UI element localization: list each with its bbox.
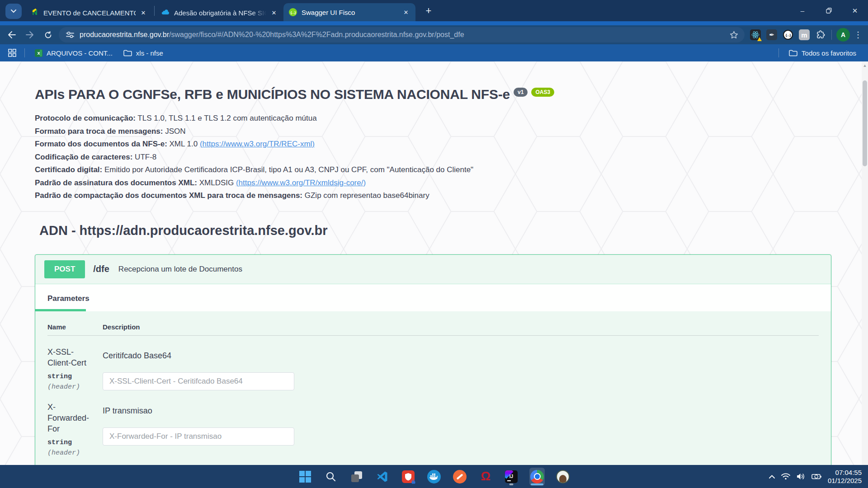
param-value-input[interactable] bbox=[103, 372, 294, 390]
battery-status[interactable] bbox=[811, 474, 821, 479]
toolbar-separator bbox=[831, 30, 832, 40]
postman-app-button[interactable] bbox=[452, 468, 467, 486]
start-button[interactable] bbox=[297, 468, 313, 486]
scrollbar-thumb[interactable] bbox=[863, 80, 867, 166]
param-type: string bbox=[47, 439, 103, 446]
tab-title: EVENTO de CANCELAMENTO - bbox=[43, 9, 136, 17]
address-bar[interactable]: producaorestrita.nfse.gov.br/swagger/fis… bbox=[59, 27, 745, 42]
parameters-tab[interactable]: Parameters bbox=[47, 294, 90, 303]
param-name-cell: X-SSL-Client-Cert string (header) bbox=[47, 347, 103, 391]
bookmarks-separator bbox=[778, 48, 779, 57]
close-tab-icon[interactable]: ✕ bbox=[138, 8, 148, 18]
tab-search-button[interactable] bbox=[5, 4, 22, 19]
bookmark-arquivos[interactable]: x ARQUIVOS - CONT... bbox=[29, 46, 118, 60]
task-view-button[interactable] bbox=[349, 468, 364, 486]
chrome-app-button[interactable] bbox=[529, 468, 545, 486]
reload-button[interactable] bbox=[39, 27, 57, 43]
bookmark-folder-xls-nfse[interactable]: xls - nfse bbox=[118, 46, 169, 60]
tab-title: Adesão obrigatória à NFSe SIGE bbox=[174, 9, 266, 17]
new-tab-button[interactable]: + bbox=[422, 4, 435, 18]
intellij-icon: IJ bbox=[505, 470, 518, 483]
windows-taskbar: Ω IJ 07:04:55 01/12/2025 bbox=[0, 465, 868, 488]
param-value-input[interactable] bbox=[103, 427, 294, 446]
info-line: Padrão de assinatura dos documentos XML:… bbox=[35, 177, 827, 190]
volume-status[interactable] bbox=[797, 473, 805, 480]
taskbar-clock[interactable]: 07:04:55 01/12/2025 bbox=[828, 469, 862, 485]
param-desc-cell: IP transmisao bbox=[103, 402, 819, 457]
param-desc-cell: Ceritifcado Base64 bbox=[103, 347, 819, 391]
all-favorites-button[interactable]: Todos os favoritos bbox=[783, 46, 862, 60]
opblock-post-dfe: POST /dfe Recepciona um lote de Document… bbox=[35, 254, 831, 465]
extensions-button[interactable] bbox=[812, 27, 829, 42]
nfse-favicon: N bbox=[31, 9, 39, 17]
info-line: Formato para troca de mensagens: JSON bbox=[35, 125, 827, 138]
signer-extension-icon[interactable]: ✒ bbox=[764, 27, 780, 42]
puzzle-icon bbox=[816, 30, 825, 39]
braces-icon: {…} bbox=[783, 30, 793, 40]
url-text[interactable]: producaorestrita.nfse.gov.br/swagger/fis… bbox=[80, 31, 730, 39]
tab-adesao-nfse[interactable]: Adesão obrigatória à NFSe SIGE ✕ bbox=[156, 4, 283, 21]
speaker-icon bbox=[797, 473, 805, 480]
wifi-icon bbox=[781, 473, 790, 480]
apps-grid-button[interactable] bbox=[5, 46, 20, 60]
taskbar-search-button[interactable] bbox=[323, 468, 339, 486]
docker-app-button[interactable] bbox=[426, 468, 442, 486]
react-devtools-extension-icon[interactable] bbox=[747, 27, 764, 42]
close-window-button[interactable]: ✕ bbox=[842, 0, 868, 21]
doc-link[interactable]: (https://www.w3.org/TR/REC-xml) bbox=[200, 140, 315, 148]
column-name: Name bbox=[47, 323, 103, 331]
json-viewer-extension-icon[interactable]: {…} bbox=[780, 27, 796, 42]
forward-button[interactable] bbox=[21, 27, 39, 43]
scrollbar-up-arrow[interactable]: ▲ bbox=[862, 63, 868, 68]
profile-avatar[interactable]: A bbox=[836, 28, 850, 42]
tag-section-title[interactable]: ADN - https://adn.producaorestrita.nfse.… bbox=[35, 223, 827, 238]
clock-date: 01/12/2025 bbox=[828, 477, 862, 485]
system-tray: 07:04:55 01/12/2025 bbox=[769, 465, 868, 488]
battery-icon bbox=[811, 474, 821, 479]
restore-button[interactable] bbox=[816, 0, 842, 21]
param-description: IP transmisao bbox=[103, 402, 819, 416]
endpoint-summary[interactable]: POST /dfe Recepciona um lote de Document… bbox=[35, 255, 831, 284]
onedrive-favicon bbox=[161, 9, 170, 17]
param-name: X-Forwarded-For bbox=[47, 402, 94, 434]
vscode-icon bbox=[377, 471, 388, 483]
browser-menu-button[interactable]: ⋮ bbox=[852, 30, 864, 40]
bookmark-star-icon[interactable] bbox=[730, 31, 738, 39]
tab-divider bbox=[154, 6, 155, 16]
post-method-badge: POST bbox=[44, 260, 85, 278]
vscode-app-button[interactable] bbox=[375, 468, 390, 486]
postman-icon bbox=[453, 470, 467, 483]
info-line: Formato dos documentos da NFS-e: XML 1.0… bbox=[35, 138, 827, 151]
wifi-status[interactable] bbox=[781, 473, 790, 480]
security-app-button[interactable] bbox=[401, 468, 416, 486]
param-type: string bbox=[47, 373, 103, 380]
parameters-table-header: Name Description bbox=[47, 323, 819, 336]
m-icon: m bbox=[799, 29, 810, 40]
taskbar-icons: Ω IJ bbox=[297, 468, 571, 486]
intellij-app-button[interactable]: IJ bbox=[504, 468, 519, 486]
minimize-button[interactable]: – bbox=[789, 0, 816, 21]
tab-strip: N EVENTO de CANCELAMENTO - ✕ Adesão obri… bbox=[0, 0, 868, 21]
site-info-icon[interactable] bbox=[66, 32, 74, 38]
page-scrollbar[interactable]: ▲ bbox=[862, 61, 868, 465]
hidden-icons-button[interactable] bbox=[769, 475, 775, 479]
folder-icon bbox=[789, 50, 797, 56]
param-name-cell: X-Forwarded-For string (header) bbox=[47, 402, 103, 457]
tab-swagger-ui-fisco[interactable]: {…} Swagger UI Fisco ✕ bbox=[283, 3, 415, 21]
back-button[interactable] bbox=[3, 27, 21, 43]
dbeaver-icon bbox=[556, 470, 570, 483]
omega-app-button[interactable]: Ω bbox=[478, 468, 493, 486]
close-tab-icon[interactable]: ✕ bbox=[401, 7, 411, 17]
browser-toolbar: producaorestrita.nfse.gov.br/swagger/fis… bbox=[0, 25, 868, 44]
endpoint-path: /dfe bbox=[93, 264, 109, 274]
chevron-down-icon bbox=[11, 9, 16, 13]
dbeaver-app-button[interactable] bbox=[555, 468, 571, 486]
doc-link[interactable]: (https://www.w3.org/TR/xmldsig-core/) bbox=[236, 178, 366, 187]
bookmarks-bar: x ARQUIVOS - CONT... xls - nfse Todos os… bbox=[0, 44, 868, 61]
theme-accent-strip bbox=[0, 21, 868, 25]
close-tab-icon[interactable]: ✕ bbox=[269, 8, 279, 18]
m-extension-icon[interactable]: m bbox=[796, 27, 812, 42]
shield-icon bbox=[405, 473, 412, 481]
tab-evento-cancelamento[interactable]: N EVENTO de CANCELAMENTO - ✕ bbox=[25, 4, 153, 21]
chrome-icon bbox=[530, 470, 544, 483]
